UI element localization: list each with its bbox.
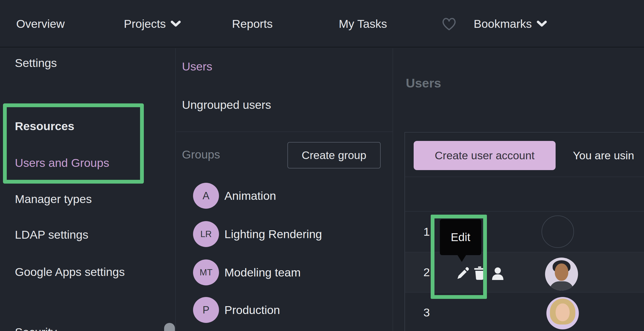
nav-item-bookmarks[interactable]: Bookmarks	[474, 0, 547, 48]
user-photo-avatar-man	[545, 258, 578, 291]
divider	[405, 211, 644, 212]
sidebar-item-manager-types[interactable]: Manager types	[15, 192, 92, 205]
page-title: Users	[406, 76, 441, 90]
groups-section-label: Groups	[182, 148, 220, 161]
annotation-box-sidebar	[3, 103, 144, 184]
nav-item-overview[interactable]: Overview	[16, 0, 65, 48]
chevron-down-icon	[171, 20, 181, 27]
table-row-number: 3	[423, 306, 430, 319]
chevron-down-icon	[537, 20, 547, 27]
heart-icon[interactable]	[441, 0, 457, 48]
group-name: Modeling team	[224, 266, 301, 279]
group-name: Animation	[224, 189, 276, 202]
group-avatar: P	[193, 297, 219, 323]
sidebar-item-ldap-settings[interactable]: LDAP settings	[15, 228, 88, 241]
group-row-modeling-team[interactable]: MT Modeling team	[193, 259, 301, 285]
table-row-number: 1	[423, 225, 430, 238]
divider	[405, 177, 644, 177]
group-avatar: MT	[193, 259, 219, 285]
table-row-number: 2	[423, 266, 430, 279]
top-nav: Overview Projects Reports My Tasks Bookm…	[0, 0, 644, 48]
nav-item-label: Bookmarks	[474, 17, 532, 31]
group-name: Production	[224, 303, 280, 317]
group-name: Lighting Rendering	[224, 228, 322, 241]
sidebar-item-security[interactable]: Security	[15, 326, 57, 331]
nav-item-reports[interactable]: Reports	[232, 0, 273, 48]
nav-item-my-tasks[interactable]: My Tasks	[339, 0, 387, 48]
group-row-production[interactable]: P Production	[193, 297, 280, 323]
license-status-text: You are usin	[573, 150, 634, 161]
group-row-lighting-rendering[interactable]: LR Lighting Rendering	[193, 221, 322, 247]
user-photo-avatar-woman	[546, 297, 579, 329]
divider	[176, 131, 393, 132]
group-avatar: A	[193, 183, 219, 209]
settings-sidebar: Settings Resources Users and Groups Mana…	[0, 48, 176, 331]
empty-avatar-placeholder	[542, 215, 574, 248]
nav-item-label: Overview	[16, 17, 65, 31]
users-content-panel: Users Create user account You are usin 1…	[394, 48, 644, 331]
nav-item-label: Projects	[124, 17, 166, 31]
sidebar-scrollbar-thumb[interactable]	[164, 323, 175, 331]
user-person-icon[interactable]	[490, 267, 505, 282]
nav-item-label: My Tasks	[339, 17, 387, 31]
group-avatar: LR	[193, 221, 219, 247]
annotation-box-edit-icon	[431, 215, 487, 299]
nav-item-label: Reports	[232, 17, 273, 31]
group-row-animation[interactable]: A Animation	[193, 183, 276, 209]
create-user-account-button[interactable]: Create user account	[414, 141, 556, 170]
sidebar-item-settings[interactable]: Settings	[15, 56, 57, 69]
users-groups-panel: Users Ungrouped users Groups Create grou…	[176, 48, 393, 331]
create-group-button[interactable]: Create group	[287, 142, 381, 168]
link-users[interactable]: Users	[182, 60, 212, 73]
link-ungrouped-users[interactable]: Ungrouped users	[182, 98, 271, 111]
nav-item-projects[interactable]: Projects	[124, 0, 181, 48]
sidebar-item-google-apps-settings[interactable]: Google Apps settings	[15, 265, 125, 278]
